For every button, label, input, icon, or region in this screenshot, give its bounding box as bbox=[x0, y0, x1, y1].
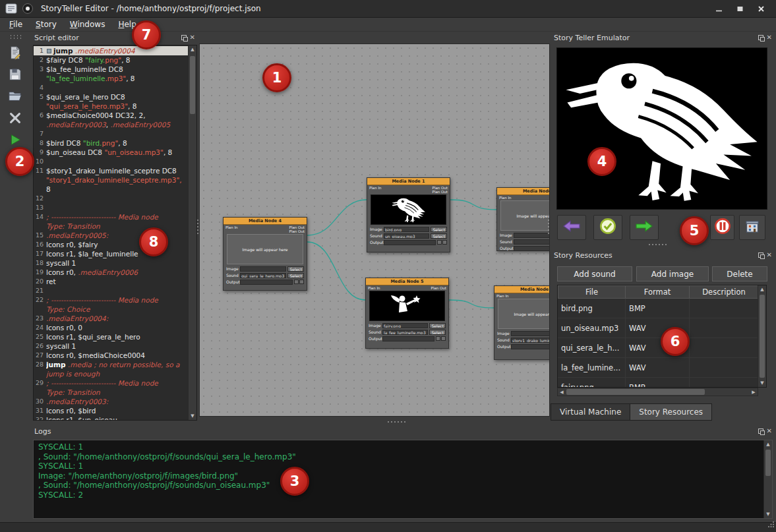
column-header-description[interactable]: Description bbox=[690, 285, 758, 299]
scroll-up-icon[interactable]: ▲ bbox=[764, 440, 772, 448]
minimize-button[interactable] bbox=[709, 2, 729, 15]
toolbar-drag-handle[interactable] bbox=[9, 34, 21, 39]
select-button[interactable]: Select bbox=[431, 233, 447, 239]
close-button[interactable] bbox=[751, 2, 771, 15]
node-control[interactable] bbox=[294, 280, 299, 284]
node-control[interactable] bbox=[437, 240, 442, 245]
previous-button[interactable] bbox=[557, 215, 586, 240]
node-field-value[interactable]: la_fee_luminelle.mp3 bbox=[382, 330, 428, 335]
scroll-down-icon[interactable]: ▼ bbox=[758, 379, 766, 387]
table-row[interactable]: bird.pngBMP bbox=[558, 299, 758, 318]
float-panel-icon[interactable] bbox=[758, 35, 763, 40]
node-field-value[interactable] bbox=[514, 239, 550, 245]
node-port-in[interactable]: Plan In bbox=[499, 196, 512, 200]
column-header-format[interactable]: Format bbox=[626, 285, 690, 299]
node-field-value[interactable] bbox=[382, 336, 434, 341]
menu-windows[interactable]: Windows bbox=[70, 20, 105, 29]
node-field-value[interactable]: qui_sera_le_hero.mp3 bbox=[240, 273, 286, 278]
node-port-in[interactable]: Plan In bbox=[368, 286, 380, 290]
scrollbar-thumb[interactable] bbox=[190, 56, 195, 114]
node-port-in[interactable]: Plan In bbox=[496, 294, 509, 298]
node-field-value[interactable] bbox=[514, 233, 550, 238]
tab-virtual-machine[interactable]: Virtual Machine bbox=[551, 403, 630, 421]
open-button[interactable] bbox=[5, 88, 25, 107]
node-port-out[interactable]: Plan Out bbox=[431, 286, 446, 290]
node-field-value[interactable] bbox=[511, 344, 550, 349]
table-row[interactable]: un_oiseau.mp3WAV bbox=[558, 318, 758, 338]
table-scrollbar[interactable]: ▲ ▼ bbox=[758, 285, 766, 387]
node-field-value[interactable] bbox=[240, 280, 293, 285]
column-header-file[interactable]: File bbox=[558, 285, 626, 299]
add-image-button[interactable]: Add image bbox=[636, 266, 709, 281]
media-node[interactable]: Media Node 3Plan InPlan OutImage will ap… bbox=[494, 285, 550, 360]
close-panel-icon[interactable]: ✕ bbox=[190, 35, 195, 40]
node-field-value[interactable]: un_oiseau.mp3 bbox=[384, 233, 429, 239]
node-control[interactable] bbox=[299, 280, 304, 284]
scrollbar-thumb[interactable] bbox=[760, 295, 765, 378]
logs-scrollbar[interactable]: ▲ ▼ bbox=[763, 440, 772, 518]
close-panel-icon[interactable]: ✕ bbox=[767, 429, 772, 434]
tab-story-resources[interactable]: Story Resources bbox=[630, 403, 712, 421]
float-panel-icon[interactable] bbox=[181, 35, 187, 40]
select-button[interactable]: Select bbox=[429, 323, 446, 328]
table-row[interactable]: la_fee_lumine...WAV bbox=[558, 358, 758, 378]
node-field-value[interactable]: fairy.png bbox=[382, 323, 428, 328]
splitter-handle[interactable] bbox=[548, 220, 549, 234]
node-control[interactable] bbox=[436, 336, 440, 341]
scrollbar-thumb[interactable] bbox=[765, 450, 771, 476]
pause-button[interactable] bbox=[710, 215, 734, 240]
scroll-right-icon[interactable]: ▶ bbox=[750, 390, 758, 395]
close-panel-icon[interactable]: ✕ bbox=[767, 35, 772, 40]
scroll-down-icon[interactable]: ▼ bbox=[764, 510, 772, 518]
node-title[interactable]: Media Node 5 bbox=[366, 278, 448, 285]
node-title[interactable]: Media Node 4 bbox=[224, 218, 307, 225]
node-control[interactable] bbox=[441, 336, 446, 341]
resize-grip[interactable] bbox=[767, 518, 775, 531]
next-button[interactable] bbox=[630, 215, 659, 240]
node-field-value[interactable]: story1_drako_luminelle_sceptre.mp3 bbox=[511, 338, 550, 343]
node-port-out[interactable]: Plan Out bbox=[433, 190, 448, 194]
table-row[interactable]: fairy.pngBMP bbox=[558, 378, 758, 387]
node-field-value[interactable] bbox=[240, 266, 286, 272]
select-button[interactable]: Select bbox=[431, 227, 447, 232]
node-title[interactable]: Media Node 2 bbox=[497, 188, 550, 195]
table-row[interactable]: qui_sera_le_h...WAV bbox=[558, 338, 758, 358]
node-port-in[interactable]: Plan In bbox=[369, 186, 382, 194]
select-button[interactable]: Select bbox=[287, 273, 304, 278]
node-field-value[interactable] bbox=[514, 246, 550, 251]
save-button[interactable] bbox=[5, 66, 25, 86]
scrollbar-thumb[interactable] bbox=[566, 389, 705, 395]
script-editor[interactable]: 1jump .mediaEntry00042$fairy DC8 "fairy.… bbox=[33, 45, 197, 421]
node-field-value[interactable]: bird.png bbox=[384, 227, 429, 232]
node-title[interactable]: Media Node 3 bbox=[494, 286, 550, 293]
scroll-down-icon[interactable]: ▼ bbox=[189, 412, 196, 420]
media-node[interactable]: Media Node 4Plan InPlan OutPlan OutImage… bbox=[223, 217, 307, 291]
menu-file[interactable]: File bbox=[9, 20, 22, 29]
select-button[interactable]: Select bbox=[287, 266, 304, 272]
scroll-up-icon[interactable]: ▲ bbox=[758, 285, 766, 293]
table-hscrollbar[interactable]: ◀ ▶ bbox=[557, 388, 758, 396]
float-panel-icon[interactable] bbox=[758, 252, 763, 258]
select-button[interactable]: Select bbox=[429, 330, 446, 335]
new-script-button[interactable] bbox=[5, 44, 25, 64]
add-sound-button[interactable]: Add sound bbox=[557, 266, 632, 281]
maximize-button[interactable] bbox=[730, 2, 750, 15]
scroll-up-icon[interactable]: ▲ bbox=[189, 45, 196, 53]
panel-splitter[interactable] bbox=[649, 244, 667, 245]
node-control[interactable] bbox=[442, 240, 447, 245]
close-project-button[interactable] bbox=[5, 109, 25, 129]
node-title[interactable]: Media Node 1 bbox=[367, 178, 450, 185]
node-port-in[interactable]: Plan In bbox=[225, 225, 238, 233]
node-field-value[interactable] bbox=[511, 331, 550, 336]
splitter-handle[interactable] bbox=[197, 220, 198, 234]
float-panel-icon[interactable] bbox=[758, 429, 763, 434]
close-panel-icon[interactable]: ✕ bbox=[767, 252, 772, 258]
menu-story[interactable]: Story bbox=[36, 20, 57, 29]
node-port-out[interactable]: Plan Out bbox=[289, 229, 305, 233]
media-node[interactable]: Media Node 2Plan InPlan OutImage will ap… bbox=[496, 187, 550, 251]
media-node[interactable]: Media Node 1Plan InPlan OutPlan Out Imag… bbox=[367, 177, 450, 252]
scroll-left-icon[interactable]: ◀ bbox=[558, 390, 566, 395]
media-node[interactable]: Media Node 5Plan InPlan Out Imagefairy.p… bbox=[365, 278, 449, 349]
ok-button[interactable] bbox=[593, 215, 622, 240]
script-editor-scrollbar[interactable]: ▲ ▼ bbox=[188, 45, 196, 420]
